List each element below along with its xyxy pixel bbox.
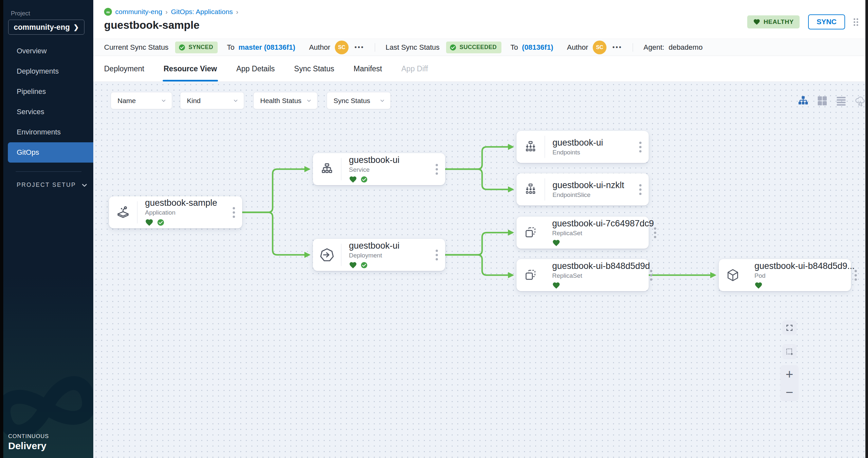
tab-manifest[interactable]: Manifest — [353, 56, 382, 81]
divider — [633, 43, 633, 52]
breadcrumb: ∞ community-eng › GitOps: Applications › — [104, 8, 238, 16]
replicaset-icon — [523, 268, 538, 282]
filter-kind-dropdown[interactable]: Kind — [180, 92, 244, 109]
filter-health-status-dropdown[interactable]: Health Status — [253, 92, 317, 109]
current-revision-link[interactable]: master (08136f1) — [238, 43, 295, 52]
node-more-kebab-icon[interactable] — [632, 184, 649, 195]
cloud-network-icon[interactable] — [854, 95, 866, 107]
sidebar: Project community-eng ❯ Overview Deploym… — [0, 0, 93, 458]
node-replicaset-guestbook-ui-b848d5d9d[interactable]: guestbook-ui-b848d5d9d ReplicaSet — [517, 259, 649, 291]
grid-view-icon[interactable] — [816, 95, 828, 107]
check-circle-icon — [450, 44, 457, 51]
node-kind: Pod — [754, 272, 855, 280]
chevron-down-icon — [81, 182, 88, 189]
node-name: guestbook-ui — [349, 241, 428, 251]
sidebar-menu: Overview Deployments Pipelines Services … — [0, 41, 93, 189]
sidebar-item-pipelines[interactable]: Pipelines — [0, 81, 93, 102]
node-status — [349, 175, 428, 184]
view-mode-switcher — [797, 95, 859, 107]
sync-status-bar: Current Sync Status SYNCED To master (08… — [93, 39, 868, 56]
tab-app-details[interactable]: App Details — [236, 56, 275, 81]
filter-sync-status-dropdown[interactable]: Sync Status — [327, 92, 391, 109]
sidebar-item-deployments[interactable]: Deployments — [0, 61, 93, 81]
tab-resource-view[interactable]: Resource View — [164, 56, 217, 81]
pod-icon — [725, 268, 740, 282]
app-window: Project community-eng ❯ Overview Deploym… — [0, 0, 868, 458]
sync-button[interactable]: SYNC — [808, 14, 845, 29]
node-kind: Deployment — [349, 252, 428, 259]
author-avatar: SC — [593, 40, 607, 54]
node-name: guestbook-sample — [145, 198, 225, 208]
synced-check-icon — [157, 219, 165, 226]
node-name: guestbook-ui-b848d5d9... — [754, 261, 855, 271]
healthy-heart-icon — [552, 239, 560, 247]
agent-value: debademo — [669, 43, 703, 52]
tree-view-icon[interactable] — [797, 95, 809, 107]
window-edge — [0, 0, 3, 458]
more-options-kebab-icon[interactable] — [854, 18, 858, 26]
project-setup-toggle[interactable]: PROJECT SETUP — [0, 182, 93, 189]
main-area: ∞ community-eng › GitOps: Applications ›… — [93, 0, 868, 82]
filter-name-dropdown[interactable]: Name — [111, 92, 172, 109]
node-status — [349, 261, 428, 269]
node-kind: Service — [349, 166, 428, 173]
project-label: Project — [11, 10, 30, 17]
node-more-kebab-icon[interactable] — [632, 142, 649, 153]
healthy-heart-icon — [552, 281, 560, 290]
zoom-out-button[interactable]: − — [785, 386, 793, 399]
health-status-badge: HEALTHY — [747, 15, 800, 29]
resource-graph-canvas[interactable]: Name Kind Health Status Sync Status — [93, 82, 868, 458]
zoom-in-button[interactable]: + — [785, 368, 793, 381]
heart-icon — [753, 18, 760, 26]
sidebar-item-overview[interactable]: Overview — [0, 41, 93, 61]
list-view-icon[interactable] — [835, 95, 847, 107]
header-actions: HEALTHY SYNC — [747, 14, 858, 29]
node-endpointslice-guestbook-ui-nzklt[interactable]: guestbook-ui-nzklt EndpointSlice — [517, 173, 649, 205]
node-pod-guestbook-ui-b848d5d9[interactable]: guestbook-ui-b848d5d9... Pod — [719, 259, 851, 291]
breadcrumb-applications-link[interactable]: GitOps: Applications — [171, 8, 233, 16]
node-kind: EndpointSlice — [553, 191, 632, 199]
node-name: guestbook-ui-b848d5d9d — [552, 261, 650, 271]
fullscreen-button[interactable] — [782, 320, 797, 335]
breadcrumb-project-link[interactable]: community-eng — [115, 8, 162, 16]
node-more-kebab-icon[interactable] — [654, 227, 656, 238]
node-endpoints-guestbook-ui[interactable]: guestbook-ui Endpoints — [517, 131, 649, 163]
agent-label: Agent: — [644, 43, 664, 52]
node-more-kebab-icon[interactable] — [428, 250, 445, 260]
node-replicaset-guestbook-ui-7c64987dc9[interactable]: guestbook-ui-7c64987dc9 ReplicaSet — [517, 217, 649, 249]
node-more-kebab-icon[interactable] — [225, 207, 242, 218]
tab-sync-status[interactable]: Sync Status — [294, 56, 335, 81]
sidebar-item-services[interactable]: Services — [0, 102, 93, 122]
node-application-guestbook-sample[interactable]: guestbook-sample Application — [109, 196, 242, 228]
node-kind: ReplicaSet — [552, 230, 654, 237]
node-name: guestbook-ui — [349, 155, 428, 165]
node-more-kebab-icon[interactable] — [855, 270, 857, 281]
author-label: Author — [567, 43, 588, 52]
replicaset-icon — [523, 225, 538, 240]
commit-more-button[interactable]: ••• — [354, 43, 364, 51]
project-selector[interactable]: community-eng ❯ — [8, 20, 85, 35]
sidebar-item-gitops[interactable]: GitOps — [8, 142, 93, 163]
brand-bottom-label: Delivery — [8, 440, 49, 452]
tab-deployment[interactable]: Deployment — [104, 56, 144, 81]
synced-check-icon — [360, 261, 368, 269]
sidebar-item-environments[interactable]: Environments — [0, 122, 93, 142]
sidebar-divider — [16, 171, 82, 172]
last-revision-link[interactable]: (08136f1) — [522, 43, 553, 52]
node-more-kebab-icon[interactable] — [650, 270, 652, 281]
chevron-right-icon: ❯ — [73, 23, 79, 31]
chevron-down-icon — [379, 98, 385, 104]
node-kind: ReplicaSet — [552, 272, 650, 280]
commit-more-button[interactable]: ••• — [612, 43, 622, 51]
node-more-kebab-icon[interactable] — [428, 164, 445, 175]
node-deployment-guestbook-ui[interactable]: guestbook-ui Deployment — [313, 239, 445, 271]
node-service-guestbook-ui[interactable]: guestbook-ui Service — [313, 153, 445, 185]
author-label: Author — [309, 43, 330, 52]
node-status — [552, 281, 650, 290]
marquee-select-button[interactable] — [782, 344, 797, 359]
healthy-heart-icon — [145, 218, 154, 227]
to-label: To — [227, 43, 234, 52]
check-circle-icon — [178, 44, 186, 51]
page-header: ∞ community-eng › GitOps: Applications ›… — [93, 0, 868, 39]
node-name: guestbook-ui — [553, 138, 632, 148]
